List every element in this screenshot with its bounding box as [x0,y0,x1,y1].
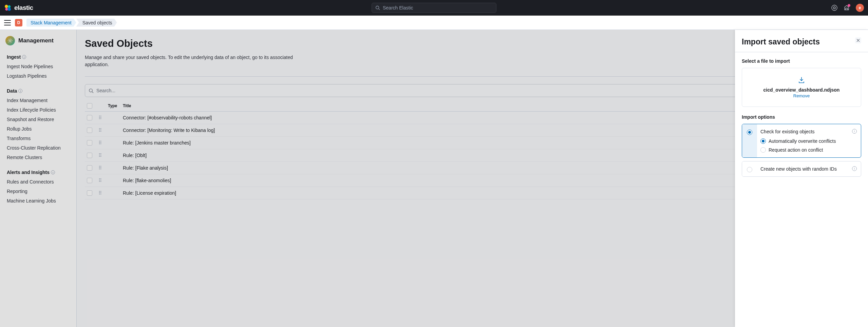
breadcrumb-saved-objects[interactable]: Saved objects [76,19,117,27]
drag-handle-icon[interactable]: ⠿ [98,153,102,158]
nav-transforms[interactable]: Transforms [0,134,76,143]
info-icon[interactable]: i [852,129,857,134]
svg-point-0 [5,5,8,8]
option-check-existing-label: Check for existing objects [760,129,856,134]
row-checkbox[interactable] [87,140,92,146]
breadcrumb-bar: D Stack Management Saved objects [0,16,868,30]
radio-create-new[interactable] [747,167,752,172]
nav-toggle-button[interactable] [4,20,11,25]
row-checkbox[interactable] [87,153,92,158]
svg-line-5 [379,8,380,10]
row-title[interactable]: Rule: [License expiration] [123,190,817,196]
search-icon [375,5,380,10]
radio-check-existing[interactable] [747,130,752,135]
import-icon [798,76,805,84]
row-checkbox[interactable] [87,128,92,133]
svg-point-8 [10,40,11,42]
radio-request-action[interactable] [760,147,766,153]
row-checkbox[interactable] [87,178,92,183]
close-icon [856,38,860,42]
elastic-logo-icon [4,4,12,12]
global-search-input[interactable] [383,5,493,11]
row-title[interactable]: Rule: [Oblt] [123,153,817,158]
drag-handle-icon[interactable]: ⠿ [98,140,102,146]
gear-icon [5,36,15,45]
select-all-checkbox[interactable] [87,103,92,109]
global-search[interactable] [372,3,496,13]
help-icon[interactable] [831,5,837,11]
drag-handle-icon[interactable]: ⠿ [98,128,102,133]
sidebar-title: Management [18,37,54,44]
row-title[interactable]: Connector: [#observability-robots channe… [123,115,817,120]
drag-handle-icon[interactable]: ⠿ [98,190,102,196]
info-icon[interactable]: i [18,89,22,93]
file-drop-zone[interactable]: cicd_overview_dashboard.ndjson Remove [742,68,861,107]
user-avatar[interactable]: e [856,4,864,12]
nav-cross-cluster-replication[interactable]: Cross-Cluster Replication [0,143,76,153]
svg-point-6 [832,5,837,11]
management-sidebar: Management Ingest i Ingest Node Pipeline… [0,30,77,327]
row-title[interactable]: Rule: [flake-anomolies] [123,178,817,183]
svg-point-4 [376,6,379,9]
info-icon[interactable]: i [852,166,857,171]
nav-logstash-pipelines[interactable]: Logstash Pipelines [0,71,76,81]
drag-handle-icon[interactable]: ⠿ [98,178,102,183]
nav-ingest-node-pipelines[interactable]: Ingest Node Pipelines [0,62,76,71]
drag-handle-icon[interactable]: ⠿ [98,165,102,171]
logo-text: elastic [14,4,33,12]
svg-point-7 [833,7,835,9]
newsfeed-icon[interactable] [844,5,850,11]
breadcrumb: Stack Management Saved objects [26,19,117,27]
flyout-title: Import saved objects [742,37,820,46]
nav-index-management[interactable]: Index Management [0,96,76,105]
global-header: elastic e [0,0,868,16]
import-options-label: Import options [742,114,861,120]
remove-file-link[interactable]: Remove [746,93,857,98]
nav-reporting[interactable]: Reporting [0,187,76,196]
column-title[interactable]: Title [123,103,817,108]
drag-handle-icon[interactable]: ⠿ [98,115,102,120]
option-check-existing[interactable]: Check for existing objects i Automatical… [742,124,861,158]
row-title[interactable]: Connector: [Monitoring: Write to Kibana … [123,128,817,133]
info-icon[interactable]: i [51,170,55,174]
page-description: Manage and share your saved objects. To … [85,54,302,68]
nav-index-lifecycle-policies[interactable]: Index Lifecycle Policies [0,105,76,115]
sub-option-request-action[interactable]: Request action on conflict [760,147,856,153]
nav-section-ingest: Ingest i [0,52,76,62]
column-type[interactable]: Type [108,103,123,108]
svg-line-10 [92,92,93,93]
row-title[interactable]: Rule: [Jenkins master branches] [123,140,817,146]
option-create-new[interactable]: Create new objects with random IDs i [742,161,861,177]
nav-ml-jobs[interactable]: Machine Learning Jobs [0,196,76,206]
row-checkbox[interactable] [87,190,92,196]
select-file-label: Select a file to import [742,58,861,64]
info-icon[interactable]: i [22,55,26,59]
row-checkbox[interactable] [87,165,92,171]
svg-point-3 [7,7,11,11]
svg-point-9 [89,89,92,92]
nav-section-alerts: Alerts and Insights i [0,167,76,177]
search-icon [89,88,94,93]
nav-rules-connectors[interactable]: Rules and Connectors [0,177,76,187]
nav-snapshot-restore[interactable]: Snapshot and Restore [0,115,76,124]
import-flyout: Import saved objects Select a file to im… [735,30,868,327]
selected-file-name: cicd_overview_dashboard.ndjson [746,87,857,93]
notification-dot [848,4,850,7]
nav-remote-clusters[interactable]: Remote Clusters [0,153,76,162]
nav-section-data: Data i [0,85,76,96]
breadcrumb-stack-management[interactable]: Stack Management [26,19,76,27]
nav-rollup-jobs[interactable]: Rollup Jobs [0,124,76,134]
sub-option-auto-overwrite[interactable]: Automatically overwrite conflicts [760,138,856,144]
row-checkbox[interactable] [87,115,92,120]
elastic-logo[interactable]: elastic [4,4,33,12]
option-create-new-label: Create new objects with random IDs [760,166,856,172]
radio-auto-overwrite[interactable] [760,138,766,144]
close-button[interactable] [855,37,861,43]
space-selector[interactable]: D [15,19,22,26]
row-title[interactable]: Rule: [Flake analysis] [123,165,817,171]
